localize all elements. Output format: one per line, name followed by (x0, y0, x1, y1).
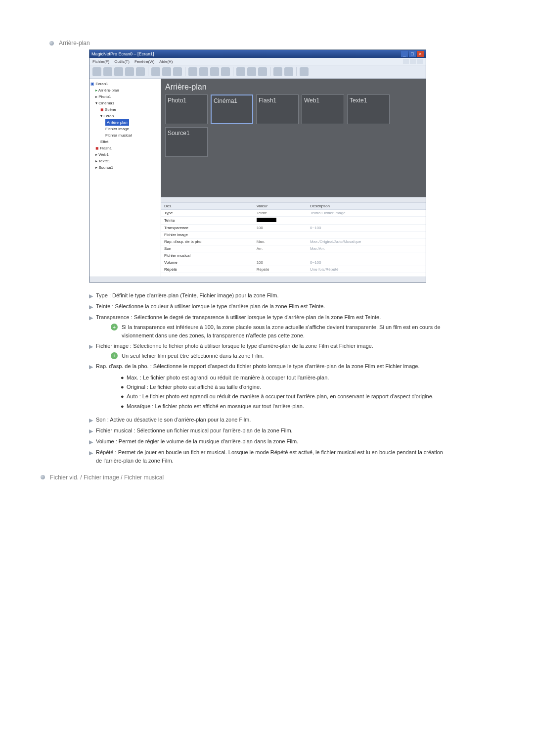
arrow-icon: ▶ (89, 303, 96, 311)
bullet-icon: ● (121, 402, 127, 411)
list-item: ▶ Son : Active ou désactive le son d'arr… (89, 416, 445, 425)
toolbar-icon[interactable] (188, 67, 197, 76)
table-row: Rap. d'asp. de la pho.Max.Max./Original/… (161, 238, 426, 245)
rap-max: Max. : Le fichier photo est agrandi ou r… (127, 374, 329, 382)
def-fimg-note: Un seul fichier film peut être sélection… (122, 352, 445, 360)
minimize-icon[interactable]: _ (401, 51, 408, 57)
tree-panel[interactable]: ▣ Ecran1 ▸ Arrière-plan ▸ Photo1 ▾ Ciném… (89, 79, 161, 277)
canvas-title: Arrière-plan (165, 83, 422, 92)
def-volume: Volume : Permet de régler le volume de l… (96, 437, 445, 446)
bullet-icon: ● (121, 383, 127, 391)
tree-node: ▸ Texte1 (90, 158, 160, 164)
thumb-texte1[interactable]: Texte1 (347, 94, 390, 124)
rap-mos: Mosaïque : Le fichier photo est affiché … (127, 402, 304, 411)
aspect-sublist: ●Max. : Le fichier photo est agrandi ou … (121, 374, 445, 410)
table-row: Transparence1000~100 (161, 225, 426, 232)
toolbar-icon[interactable] (114, 67, 123, 76)
def-transparence: Transparence : Sélectionne le degré de t… (96, 314, 381, 320)
toolbar-icon[interactable] (300, 67, 309, 76)
scrollbar[interactable] (161, 197, 426, 203)
toolbar-icon[interactable] (284, 67, 293, 76)
status-bar (89, 277, 426, 282)
tree-node: Effet (90, 139, 160, 145)
menu-outils[interactable]: Outils(T) (114, 59, 130, 64)
thumb-flash1[interactable]: Flash1 (256, 94, 299, 124)
close-icon[interactable]: × (417, 51, 424, 57)
toolbar-separator (270, 67, 270, 76)
arrow-icon: ▶ (89, 292, 96, 300)
toolbar-icon[interactable] (125, 67, 134, 76)
toolbar-icon[interactable] (236, 67, 245, 76)
list-item: ▶ Fichier musical : Sélectionne un fichi… (89, 426, 445, 435)
toolbar-icon[interactable] (151, 67, 160, 76)
toolbar-icon[interactable] (221, 67, 230, 76)
arrow-icon: ▶ (89, 416, 96, 425)
toolbar-icon[interactable] (247, 67, 256, 76)
menu-fichier[interactable]: Fichier(F) (92, 59, 109, 64)
toolbar-icon[interactable] (199, 67, 208, 76)
tree-node: ▾ Ecran (90, 113, 160, 119)
col-valeur: Valeur (254, 203, 307, 210)
toolbar-icon[interactable] (103, 67, 112, 76)
def-type: Type : Définit le type d'arrière-plan (T… (96, 291, 445, 300)
mdi-min-icon[interactable] (403, 59, 409, 64)
properties-panel[interactable]: Des. Valeur Description TypeTeinteTeinte… (161, 197, 426, 277)
list-item: ▶ Transparence : Sélectionne le degré de… (89, 313, 445, 340)
window-title: MagicNetPro Ecran0 – [Ecran1] (91, 51, 154, 56)
sphere-bullet-icon (41, 475, 45, 479)
def-teinte: Teinte : Sélectionne la couleur à utilis… (96, 302, 445, 311)
definitions-list: ▶ Type : Définit le type d'arrière-plan … (89, 291, 445, 465)
def-trans-note: Si la transparence est inférieure à 100,… (122, 323, 445, 340)
list-item: ▶ Répété : Permet de jouer en boucle un … (89, 448, 445, 465)
tree-node: ▸ Web1 (90, 151, 160, 158)
thumb-web1[interactable]: Web1 (302, 94, 344, 124)
window-titlebar[interactable]: MagicNetPro Ecran0 – [Ecran1] _ □ × (89, 50, 426, 58)
thumb-cinema1[interactable]: Cinéma1 (211, 94, 253, 124)
app-window: MagicNetPro Ecran0 – [Ecran1] _ □ × Fich… (89, 49, 426, 283)
bullet-icon: ● (121, 374, 127, 382)
toolbar-icon[interactable] (162, 67, 171, 76)
tree-node: Fichier image (90, 126, 160, 132)
screenshot-wrapper: MagicNetPro Ecran0 – [Ecran1] _ □ × Fich… (89, 49, 485, 283)
tree-node: ▸ Photo1 (90, 94, 160, 100)
mdi-close-icon[interactable] (417, 59, 423, 64)
toolbar-icon[interactable] (92, 67, 101, 76)
thumb-source1[interactable]: Source1 (165, 127, 208, 157)
table-row: Teinte (161, 217, 426, 225)
toolbar-icon[interactable] (173, 67, 182, 76)
section-title: Arrière-plan (59, 40, 90, 47)
section-title-2: Fichier vid. / Fichier image / Fichier m… (50, 474, 164, 481)
rap-orig: Original : Le fichier photo est affiché … (127, 383, 261, 391)
col-description: Description (307, 203, 426, 210)
toolbar-icon[interactable] (273, 67, 282, 76)
tree-node: ◼ Scène (90, 106, 160, 113)
tree-root: ▣ Ecran1 (90, 81, 160, 87)
list-item: ▶ Fichier image : Sélectionne le fichier… (89, 342, 445, 360)
def-fichier-musical: Fichier musical : Sélectionne un fichier… (96, 426, 445, 435)
toolbar-separator (148, 67, 148, 76)
mdi-max-icon[interactable] (410, 59, 416, 64)
arrow-icon: ▶ (89, 449, 96, 457)
arrow-icon: ▶ (89, 438, 96, 446)
tree-node: ▸ Source1 (90, 164, 160, 171)
toolbar-icon[interactable] (136, 67, 145, 76)
table-row: Volume1000~100 (161, 259, 426, 266)
def-repete: Répété : Permet de jouer en boucle un fi… (96, 448, 445, 465)
maximize-icon[interactable]: □ (409, 51, 416, 57)
toolbar-icon[interactable] (258, 67, 267, 76)
menu-fenetre[interactable]: Fenêtre(W) (134, 59, 154, 64)
plus-icon: + (111, 352, 118, 359)
def-son: Son : Active ou désactive le son d'arriè… (96, 416, 445, 424)
toolbar-icon[interactable] (210, 67, 219, 76)
section-header-arriere-plan: Arrière-plan (49, 40, 485, 47)
arrow-icon: ▶ (89, 363, 96, 371)
arrow-icon: ▶ (89, 342, 96, 351)
note-block: + Si la transparence est inférieure à 10… (111, 323, 445, 340)
menu-aide[interactable]: Aide(H) (159, 59, 173, 64)
def-rap: Rap. d'asp. de la pho. : Sélectionne le … (96, 363, 419, 369)
toolbar-separator (185, 67, 185, 76)
thumb-photo1[interactable]: Photo1 (165, 94, 208, 124)
canvas-panel: Arrière-plan Photo1 Cinéma1 Flash1 Web1 … (161, 79, 426, 197)
arrow-icon: ▶ (89, 427, 96, 435)
menu-bar: Fichier(F) Outils(T) Fenêtre(W) Aide(H) (89, 58, 426, 65)
